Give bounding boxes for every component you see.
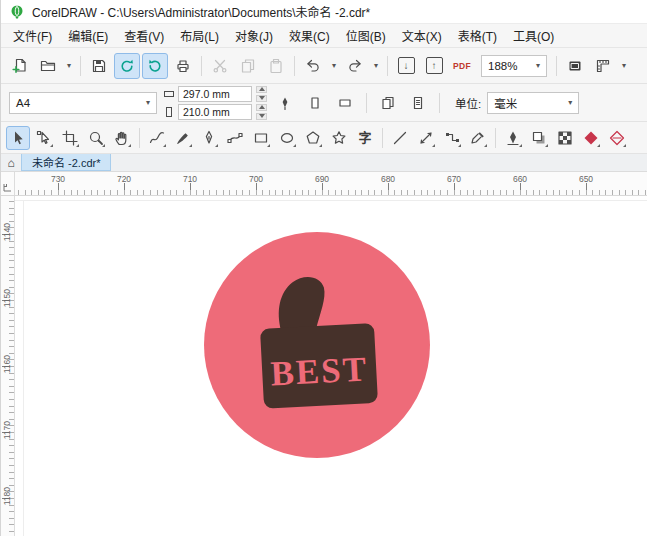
eyedropper-icon xyxy=(470,130,486,146)
redo-history-button[interactable]: ▾ xyxy=(370,53,382,79)
rectangle-tool-button[interactable] xyxy=(249,126,273,150)
rectangle-icon xyxy=(253,130,269,146)
shape-tool-button[interactable] xyxy=(32,126,56,150)
units-combobox[interactable]: 毫米 ▾ xyxy=(487,92,579,114)
menu-layout[interactable]: 布局(L) xyxy=(172,24,227,47)
connector-tool-button[interactable] xyxy=(440,126,464,150)
property-bar: A4 ▾ 297.0 mm 210.0 mm xyxy=(1,84,647,122)
document-tab-bar: ⌂ 未命名 -2.cdr* xyxy=(1,154,647,172)
drawing-canvas[interactable]: BEST xyxy=(15,196,647,536)
interactive-fill-tool-button[interactable] xyxy=(605,126,629,150)
drop-shadow-tool-button[interactable] xyxy=(527,126,551,150)
save-button[interactable] xyxy=(86,53,112,79)
menu-file[interactable]: 文件(F) xyxy=(5,24,60,47)
pan-tool-button[interactable] xyxy=(110,126,134,150)
cloud-open-button[interactable] xyxy=(114,53,140,79)
window-title: CorelDRAW - C:\Users\Administrator\Docum… xyxy=(32,3,370,20)
current-page-button[interactable] xyxy=(406,91,430,115)
polygon-tool-button[interactable] xyxy=(301,126,325,150)
undo-button[interactable] xyxy=(300,53,326,79)
fill-tool-button[interactable] xyxy=(579,126,603,150)
open-flyout-button[interactable]: ▾ xyxy=(63,53,75,79)
page-options-button[interactable] xyxy=(273,91,297,115)
cloud-sync-open-icon xyxy=(119,58,135,74)
chevron-down-icon: ▾ xyxy=(67,62,71,70)
welcome-home-button[interactable]: ⌂ xyxy=(1,154,21,171)
outline-pen-button[interactable] xyxy=(501,126,525,150)
pen-tool-button[interactable] xyxy=(197,126,221,150)
artistic-media-tool-button[interactable] xyxy=(171,126,195,150)
divider xyxy=(439,93,440,113)
height-spinner-down[interactable] xyxy=(256,113,267,120)
width-spinner-down[interactable] xyxy=(256,95,267,102)
menu-table[interactable]: 表格(T) xyxy=(450,24,505,47)
pick-tool-button[interactable] xyxy=(6,126,30,150)
document-tab-active[interactable]: 未命名 -2.cdr* xyxy=(21,154,111,171)
text-tool-button[interactable]: 字 xyxy=(353,126,377,150)
freehand-curve-icon xyxy=(149,130,165,146)
crop-tool-button[interactable] xyxy=(58,126,82,150)
width-spinner-up[interactable] xyxy=(256,86,267,93)
page-height-icon xyxy=(163,106,175,118)
thumbs-up-badge-artwork[interactable]: BEST xyxy=(203,231,431,459)
all-pages-button[interactable] xyxy=(376,91,400,115)
menu-edit[interactable]: 编辑(E) xyxy=(60,24,116,47)
redo-button[interactable] xyxy=(342,53,368,79)
export-button[interactable]: ↑ xyxy=(421,53,447,79)
undo-history-button[interactable]: ▾ xyxy=(328,53,340,79)
menu-effects[interactable]: 效果(C) xyxy=(281,24,338,47)
transparency-tool-button[interactable] xyxy=(553,126,577,150)
new-document-button[interactable] xyxy=(7,53,33,79)
view-options-button[interactable]: ▾ xyxy=(618,53,630,79)
dimension-tool-button[interactable] xyxy=(414,126,438,150)
fullscreen-preview-button[interactable] xyxy=(562,53,588,79)
cloud-save-button[interactable] xyxy=(142,53,168,79)
zoom-level-combobox[interactable]: 188% ▾ xyxy=(481,55,547,77)
vertical-ruler[interactable]: 1140 1150 1160 1170 1180 xyxy=(1,196,15,536)
spinner-down-icon xyxy=(259,114,265,118)
menu-object[interactable]: 对象(J) xyxy=(227,24,281,47)
paste-icon xyxy=(268,58,284,74)
bezier-tool-button[interactable] xyxy=(223,126,247,150)
spinner-up-icon xyxy=(259,105,265,109)
page-height-field[interactable]: 210.0 mm xyxy=(178,104,252,120)
landscape-orientation-button[interactable] xyxy=(333,91,357,115)
pen-icon xyxy=(201,130,217,146)
page-size-combobox[interactable]: A4 ▾ xyxy=(9,92,157,114)
straight-line-tool-button[interactable] xyxy=(388,126,412,150)
units-value: 毫米 xyxy=(494,95,517,111)
ellipse-tool-button[interactable] xyxy=(275,126,299,150)
cut-button[interactable] xyxy=(207,53,233,79)
menu-tools[interactable]: 工具(O) xyxy=(505,24,562,47)
menu-view[interactable]: 查看(V) xyxy=(116,24,172,47)
ruler-number: 1160 xyxy=(2,355,12,373)
redo-icon xyxy=(347,58,363,74)
freehand-tool-button[interactable] xyxy=(145,126,169,150)
paste-button[interactable] xyxy=(263,53,289,79)
ruler-origin-corner[interactable] xyxy=(1,172,15,195)
drop-shadow-icon xyxy=(531,130,547,146)
height-spinner-up[interactable] xyxy=(256,104,267,111)
eyedropper-tool-button[interactable] xyxy=(466,126,490,150)
page-width-field[interactable]: 297.0 mm xyxy=(178,86,252,102)
show-rulers-button[interactable] xyxy=(590,53,616,79)
import-button[interactable]: ↓ xyxy=(393,53,419,79)
menu-bitmaps[interactable]: 位图(B) xyxy=(338,24,394,47)
open-button[interactable] xyxy=(35,53,61,79)
print-button[interactable] xyxy=(170,53,196,79)
text-tool-icon: 字 xyxy=(358,131,371,144)
ruler-number: 720 xyxy=(117,174,131,184)
publish-pdf-button[interactable]: PDF xyxy=(449,53,475,79)
home-icon: ⌂ xyxy=(7,156,14,170)
copy-button[interactable] xyxy=(235,53,261,79)
menu-text[interactable]: 文本(X) xyxy=(394,24,450,47)
badge-text: BEST xyxy=(270,349,369,393)
horizontal-ruler[interactable]: 730 720 710 700 690 680 670 660 650 xyxy=(15,172,647,195)
coreldraw-window: CorelDRAW - C:\Users\Administrator\Docum… xyxy=(0,0,647,536)
ruler-number: 670 xyxy=(447,174,461,184)
star-tool-button[interactable] xyxy=(327,126,351,150)
interactive-fill-icon xyxy=(609,130,625,146)
ruler-number: 650 xyxy=(579,174,593,184)
portrait-orientation-button[interactable] xyxy=(303,91,327,115)
zoom-tool-button[interactable] xyxy=(84,126,108,150)
